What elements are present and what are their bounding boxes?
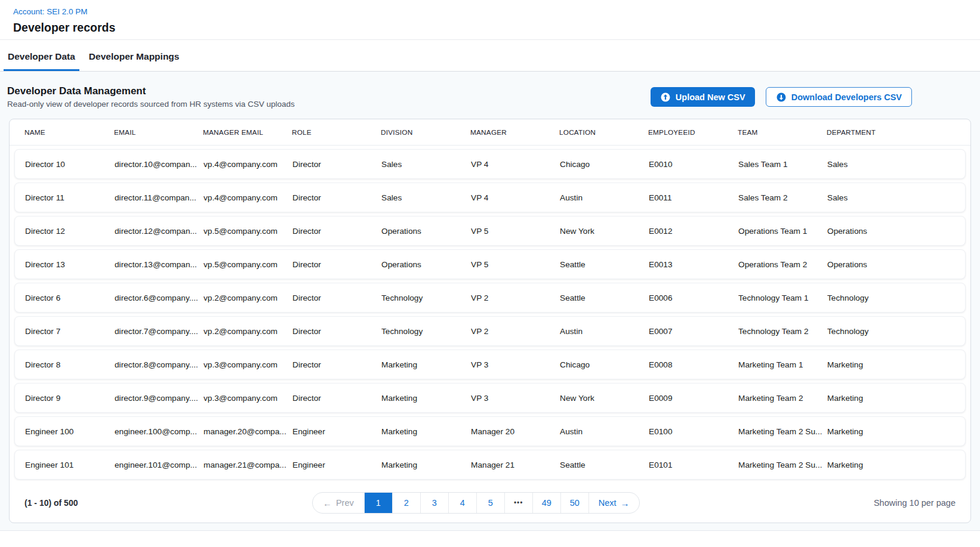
- table-cell: Director 6: [25, 293, 115, 302]
- download-developers-csv-button[interactable]: Download Developers CSV: [766, 87, 912, 107]
- table-cell: Chicago: [560, 360, 649, 369]
- upload-new-csv-button[interactable]: Upload New CSV: [651, 87, 755, 107]
- table-cell: Technology: [827, 293, 965, 302]
- pagination-page-5[interactable]: 5: [476, 493, 504, 513]
- table-cell: Operations Team 1: [738, 227, 827, 236]
- column-header-team: TEAM: [738, 128, 827, 137]
- tab-bar: Developer Data Developer Mappings: [0, 40, 980, 72]
- table-cell: Director: [292, 394, 381, 403]
- table-cell: Marketing Team 2: [738, 394, 827, 403]
- table-cell: Marketing Team 1: [738, 360, 827, 369]
- table-cell: director.10@compan...: [115, 160, 204, 169]
- upload-button-label: Upload New CSV: [676, 92, 745, 102]
- download-icon: [776, 92, 787, 103]
- table-cell: Manager 20: [471, 427, 560, 436]
- table-cell: E0011: [649, 193, 738, 202]
- pagination-prev-button[interactable]: ← Prev: [313, 493, 364, 513]
- table-cell: Austin: [560, 193, 649, 202]
- next-arrow-icon: →: [621, 499, 630, 508]
- pagination-page-4[interactable]: 4: [448, 493, 476, 513]
- table-cell: VP 5: [471, 260, 560, 269]
- table-cell: Engineer 101: [25, 461, 115, 469]
- table-row: Director 7director.7@company....vp.2@com…: [14, 316, 966, 346]
- table-cell: Director: [292, 360, 381, 369]
- table-cell: Technology: [381, 327, 471, 336]
- table-cell: E0010: [649, 160, 738, 169]
- pagination-page-1[interactable]: 1: [364, 493, 392, 513]
- pagination-ellipsis: •••: [504, 493, 532, 513]
- pagination-next-button[interactable]: Next →: [588, 493, 639, 513]
- table-cell: Marketing: [381, 427, 471, 436]
- table-cell: Seattle: [560, 461, 649, 469]
- table-cell: director.12@compan...: [115, 227, 204, 236]
- table-cell: VP 5: [471, 227, 560, 236]
- table-cell: E0012: [649, 227, 738, 236]
- table-row: Director 13director.13@compan...vp.5@com…: [14, 249, 966, 279]
- table-cell: Director 11: [25, 193, 115, 202]
- table-cell: Engineer 100: [25, 427, 115, 436]
- pagination-page-50[interactable]: 50: [560, 493, 588, 513]
- table-cell: Director 10: [25, 160, 115, 169]
- table-cell: Operations: [827, 227, 965, 236]
- table-cell: Director: [292, 327, 381, 336]
- table-cell: director.7@company....: [115, 327, 204, 336]
- content-area: Developer Data Management Read-only view…: [0, 72, 980, 531]
- upload-icon: [660, 92, 671, 103]
- table-body: Director 10director.10@compan...vp.4@com…: [10, 146, 970, 480]
- table-cell: Marketing: [827, 427, 965, 436]
- column-header-email: EMAIL: [114, 128, 203, 137]
- table-cell: Sales: [381, 193, 471, 202]
- table-cell: E0008: [649, 360, 738, 369]
- table-cell: vp.2@company.com: [204, 293, 292, 302]
- table-cell: Sales: [381, 160, 471, 169]
- table-cell: VP 4: [471, 193, 560, 202]
- table-cell: Director 9: [25, 394, 115, 403]
- table-cell: E0009: [649, 394, 738, 403]
- column-header-department: DEPARTMENT: [827, 128, 970, 137]
- table-cell: Engineer: [292, 427, 381, 436]
- table-cell: Marketing: [381, 360, 471, 369]
- table-row: Director 11director.11@compan...vp.4@com…: [14, 183, 966, 212]
- table-cell: Austin: [560, 427, 649, 436]
- table-cell: engineer.101@comp...: [115, 461, 204, 469]
- table-cell: Sales: [827, 160, 965, 169]
- table-cell: New York: [560, 227, 649, 236]
- page-header: Account: SEI 2.0 PM Developer records: [0, 0, 980, 40]
- tab-developer-mappings[interactable]: Developer Mappings: [85, 51, 184, 71]
- table-cell: Marketing: [381, 461, 471, 469]
- tab-developer-data[interactable]: Developer Data: [4, 51, 79, 71]
- table-cell: E0013: [649, 260, 738, 269]
- prev-arrow-icon: ←: [323, 499, 332, 508]
- section-header: Developer Data Management Read-only view…: [0, 72, 980, 119]
- table-cell: director.8@company....: [115, 360, 204, 369]
- table-cell: E0100: [649, 427, 738, 436]
- pagination-page-3[interactable]: 3: [420, 493, 448, 513]
- table-cell: Austin: [560, 327, 649, 336]
- table-row: Director 6director.6@company....vp.2@com…: [14, 283, 966, 313]
- pagination-page-49[interactable]: 49: [532, 493, 560, 513]
- table-cell: Sales Team 1: [738, 160, 827, 169]
- table-cell: VP 2: [471, 293, 560, 302]
- table-cell: Marketing Team 2 Su...: [738, 427, 827, 436]
- pagination: ← Prev 12345•••4950 Next →: [312, 492, 640, 514]
- table-cell: Director 12: [25, 227, 115, 236]
- column-header-employeeid: EMPLOYEEID: [648, 128, 738, 137]
- section-subtitle: Read-only view of developer records sour…: [7, 100, 295, 109]
- table-cell: director.9@company....: [115, 394, 204, 403]
- table-cell: Marketing Team 2 Su...: [738, 461, 827, 469]
- pagination-page-2[interactable]: 2: [392, 493, 420, 513]
- table-cell: Manager 21: [471, 461, 560, 469]
- table-cell: Technology: [381, 293, 471, 302]
- table-cell: E0007: [649, 327, 738, 336]
- account-link[interactable]: Account: SEI 2.0 PM: [13, 7, 88, 16]
- table-cell: Operations: [381, 227, 471, 236]
- table-cell: Technology: [827, 327, 965, 336]
- table-card: NAMEEMAILMANAGER EMAILROLEDIVISIONMANAGE…: [9, 119, 971, 523]
- per-page-text: Showing 10 per page: [874, 498, 956, 508]
- download-button-label: Download Developers CSV: [791, 92, 902, 102]
- table-cell: Operations: [381, 260, 471, 269]
- table-cell: Technology Team 1: [738, 293, 827, 302]
- table-cell: Director: [292, 227, 381, 236]
- table-cell: E0101: [649, 461, 738, 469]
- table-cell: Marketing: [827, 394, 965, 403]
